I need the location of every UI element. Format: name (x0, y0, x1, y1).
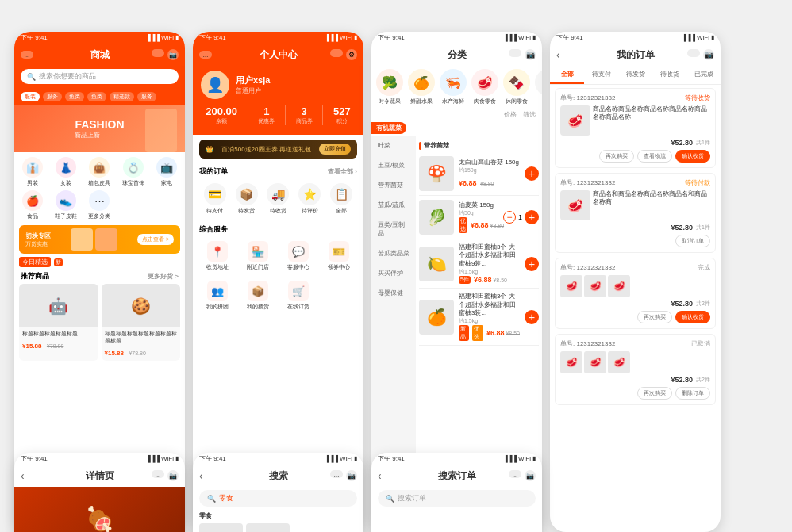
cat-product-1[interactable]: 🍄 太白山高山香菇 150g 约150g ¥6.88 ¥8.80 + (419, 152, 539, 196)
nav-back-6[interactable]: ‹ (199, 469, 203, 482)
search-field-7[interactable]: 🔍 搜索订单 (378, 490, 536, 507)
cat-product-2[interactable]: 🥬 油麦菜 150g 约50g 优选 ¥6.88 ¥8.80 − 1 + (419, 196, 539, 239)
service-pick[interactable]: 📦 我的揽货 (240, 277, 277, 314)
cat-meat[interactable]: 🥩 肉食零食 (471, 69, 498, 105)
order-tab-receive[interactable]: 待收货 (652, 66, 686, 84)
sidebar-buy[interactable]: 买买伴护 (371, 263, 416, 283)
nav-dot-6[interactable]: … (330, 470, 343, 478)
nav-dot-5[interactable]: … (152, 470, 164, 478)
nav-camera-1[interactable]: 📷 (167, 49, 179, 60)
nav-dot-1[interactable] (152, 49, 164, 57)
cat-snacks[interactable]: 🍫 休闲零食 (503, 69, 530, 105)
nav-circle-4[interactable]: 📷 (703, 49, 714, 60)
cancel-btn-2[interactable]: 取消订单 (675, 235, 710, 247)
icon-menswear[interactable]: 👔 男装 (17, 157, 48, 187)
qty-plus-2[interactable]: + (525, 210, 539, 224)
confirm-btn-1[interactable]: 确认收货 (675, 150, 710, 163)
order-tab-pay[interactable]: 待支付 (584, 66, 618, 84)
add-btn-4[interactable]: + (525, 310, 539, 324)
nav-back-4[interactable]: ‹ (556, 48, 560, 61)
nav-title-2: 个人中心 (260, 48, 298, 62)
nav-circle-7[interactable]: 📷 (525, 470, 536, 481)
tag-more[interactable]: 服务 (137, 92, 156, 101)
cat-product-name-1: 太白山高山香菇 150g (459, 159, 520, 166)
sidebar-leaf[interactable]: 叶菜 (371, 136, 416, 155)
service-address[interactable]: 📍 收货地址 (199, 238, 236, 274)
promo-btn-1[interactable]: 点击查看 > (137, 234, 174, 245)
vip-banner[interactable]: 👑 百消500送20圈王券 再送送礼包 立即充值 (199, 140, 357, 159)
sidebar-mushroom[interactable]: 营养菌菇 (371, 175, 416, 195)
stat-balance[interactable]: 200.00 余额 (206, 105, 237, 125)
icon-more-cats[interactable]: ⋯ 更多分类 (84, 190, 114, 220)
tag-fish[interactable]: 鱼类 (65, 92, 84, 101)
sidebar-maternal[interactable]: 母婴保健 (371, 283, 416, 303)
icon-womenswear[interactable]: 👗 女装 (51, 157, 81, 187)
service-group[interactable]: 👥 我的拼团 (199, 277, 236, 314)
product-card-1[interactable]: 🤖 标题标题标题标题标题 ¥15.88 ¥78.80 (19, 284, 98, 361)
order-tab-all[interactable]: 全部 (550, 66, 584, 84)
sidebar-gourd[interactable]: 茄瓜/茄瓜 (371, 195, 416, 215)
search-input-1[interactable]: 🔍 搜索你想要的商品 (21, 69, 179, 84)
cat-product-4[interactable]: 🍊 福建和田蜜柚3个 大个超甜水多福甜和田蜜柚3装... 约1.5kg 新品 优… (419, 289, 539, 346)
signal-icon-2: ▐▐▐ (325, 34, 338, 41)
nav-circle-2[interactable]: ⚙ (346, 49, 357, 60)
nav-circle-5[interactable]: 📷 (167, 470, 179, 481)
rebuy-btn-3[interactable]: 再次购买 (637, 311, 672, 323)
nav-circle-6[interactable]: 📷 (346, 470, 357, 481)
order-icon-ship[interactable]: 📦 待发货 (236, 183, 258, 215)
nav-circle-3[interactable]: 📷 (525, 49, 536, 60)
service-order-online[interactable]: 🛒 在线订货 (280, 277, 317, 314)
order-tab-ship[interactable]: 待发货 (618, 66, 652, 84)
sidebar-bitter[interactable]: 苦瓜类品菜 (371, 243, 416, 263)
cat-product-3[interactable]: 🍋 福建和田蜜柚3个 大个超甜水多福甜和田蜜柚9装... 约1.5kg 5件 ¥… (419, 239, 539, 289)
rebuy-btn-1[interactable]: 再次购买 (599, 150, 634, 163)
order-tab-done[interactable]: 已完成 (686, 66, 721, 84)
add-btn-3[interactable]: + (525, 257, 539, 271)
stat-coupon[interactable]: 1 优惠券 (258, 105, 275, 125)
sidebar-bean[interactable]: 豆类/豆制品 (371, 215, 416, 243)
qty-minus-2[interactable]: − (503, 211, 516, 224)
order-view-all[interactable]: 查看全部 › (328, 167, 357, 176)
nav-more-1[interactable]: … (21, 51, 33, 59)
vip-btn[interactable]: 立即充值 (319, 144, 351, 155)
nav-back-7[interactable]: ‹ (378, 469, 382, 482)
service-voucher[interactable]: 🎫 领券中心 (320, 238, 357, 274)
logistics-btn-1[interactable]: 查看物流 (637, 150, 672, 163)
tag-clothing[interactable]: 服装 (21, 92, 40, 101)
cat-all[interactable]: ⋯ 全部 (535, 69, 542, 105)
add-btn-1[interactable]: + (525, 166, 539, 181)
tag-featured[interactable]: 精选款 (110, 92, 134, 101)
icon-appliance[interactable]: 📺 家电 (152, 157, 182, 187)
promo-banner-1[interactable]: 切块专区 万货实惠 点击查看 > (19, 225, 180, 254)
service-store[interactable]: 🏪 附近门店 (240, 238, 277, 274)
tag-service[interactable]: 服务 (43, 92, 62, 101)
icon-jewelry[interactable]: 💍 珠宝首饰 (118, 157, 148, 187)
order-icon-review[interactable]: ⭐ 待评价 (298, 183, 321, 215)
cat-vegetables[interactable]: 🥦 时令蔬果 (376, 69, 403, 105)
order-icon-receive[interactable]: 🚚 待收货 (267, 183, 289, 215)
nav-dot-4[interactable]: … (687, 49, 700, 57)
icon-bags[interactable]: 👜 箱包皮具 (84, 157, 114, 187)
stat-points[interactable]: 527 积分 (333, 105, 351, 125)
stat-goods-coupon[interactable]: 3 商品券 (296, 105, 313, 125)
icon-food[interactable]: 🍎 食品 (17, 190, 48, 220)
nav-dot-7[interactable]: … (509, 470, 521, 478)
nav-dot-2[interactable] (330, 49, 343, 57)
nav-more-2[interactable]: … (199, 51, 212, 59)
delete-btn-4[interactable]: 删除订单 (675, 387, 710, 400)
nav-back-5[interactable]: ‹ (21, 469, 25, 482)
order-icon-pay[interactable]: 💳 待支付 (204, 183, 226, 215)
search-field-6[interactable]: 🔍 零食 (199, 490, 357, 507)
sidebar-potato[interactable]: 土豆/根菜 (371, 155, 416, 175)
tag-fish2[interactable]: 鱼类 (87, 92, 106, 101)
rebuy-btn-4[interactable]: 再次购买 (637, 387, 672, 400)
cat-seafood[interactable]: 🦐 水产海鲜 (440, 69, 467, 105)
confirm-btn-3[interactable]: 确认收货 (675, 311, 710, 323)
order-icon-all[interactable]: 📋 全部 (330, 183, 352, 215)
icon-shoes[interactable]: 👟 鞋子皮鞋 (51, 190, 81, 220)
service-customer[interactable]: 💬 客服中心 (280, 238, 317, 274)
nav-dot-3[interactable]: … (509, 49, 521, 57)
cat-fruits[interactable]: 🍊 鲜甜水果 (408, 69, 435, 105)
section-more-1[interactable]: 更多好货 > (148, 272, 179, 281)
product-card-2[interactable]: 🍪 标题标题标题标题标题标题标题标题 ¥15.88 ¥78.80 (102, 284, 181, 361)
